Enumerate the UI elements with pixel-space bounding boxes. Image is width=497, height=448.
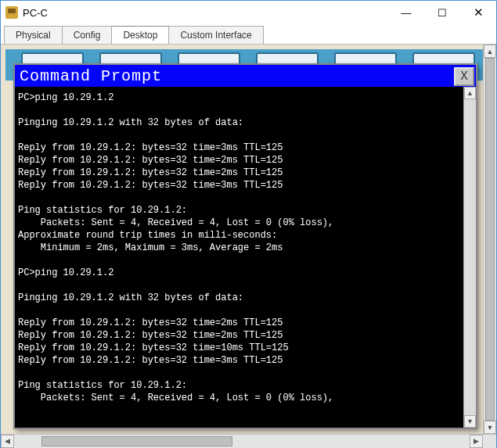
scroll-thumb[interactable] bbox=[41, 436, 232, 446]
window-horizontal-scrollbar[interactable]: ◀ ▶ bbox=[1, 434, 496, 447]
command-prompt-close-button[interactable]: X bbox=[454, 67, 474, 86]
maximize-button[interactable]: ☐ bbox=[424, 1, 460, 24]
scroll-down-icon[interactable]: ▼ bbox=[464, 415, 476, 428]
app-window: PC-C — ☐ ✕ Physical Config Desktop Custo… bbox=[0, 0, 497, 448]
tab-physical[interactable]: Physical bbox=[4, 26, 63, 44]
tab-config[interactable]: Config bbox=[62, 26, 113, 44]
scroll-thumb[interactable] bbox=[485, 58, 495, 421]
command-prompt-title: Command Prompt bbox=[20, 67, 454, 85]
window-title: PC-C bbox=[23, 7, 388, 19]
scroll-down-icon[interactable]: ▼ bbox=[484, 421, 496, 434]
command-prompt-window: Command Prompt X PC>ping 10.29.1.2 Pingi… bbox=[13, 63, 477, 429]
scroll-track[interactable] bbox=[484, 58, 496, 421]
window-vertical-scrollbar[interactable]: ▲ ▼ bbox=[483, 45, 496, 434]
scroll-left-icon[interactable]: ◀ bbox=[1, 435, 14, 448]
scroll-up-icon[interactable]: ▲ bbox=[464, 87, 476, 99]
command-prompt-scrollbar[interactable]: ▲ ▼ bbox=[463, 87, 476, 428]
scroll-track[interactable] bbox=[464, 99, 476, 415]
tab-desktop[interactable]: Desktop bbox=[111, 26, 169, 44]
minimize-button[interactable]: — bbox=[388, 1, 424, 24]
scroll-up-icon[interactable]: ▲ bbox=[484, 45, 496, 58]
tab-custom-interface[interactable]: Custom Interface bbox=[168, 26, 263, 44]
scroll-corner bbox=[483, 435, 496, 448]
command-prompt-titlebar[interactable]: Command Prompt X bbox=[15, 65, 476, 87]
close-button[interactable]: ✕ bbox=[460, 1, 496, 24]
command-prompt-output[interactable]: PC>ping 10.29.1.2 Pinging 10.29.1.2 with… bbox=[15, 87, 476, 428]
app-icon bbox=[5, 6, 18, 19]
titlebar[interactable]: PC-C — ☐ ✕ bbox=[1, 1, 496, 24]
scroll-right-icon[interactable]: ▶ bbox=[470, 435, 483, 448]
tab-strip: Physical Config Desktop Custom Interface bbox=[1, 24, 496, 45]
scroll-track[interactable] bbox=[14, 435, 470, 448]
desktop-workspace: Command Prompt X PC>ping 10.29.1.2 Pingi… bbox=[1, 45, 496, 434]
